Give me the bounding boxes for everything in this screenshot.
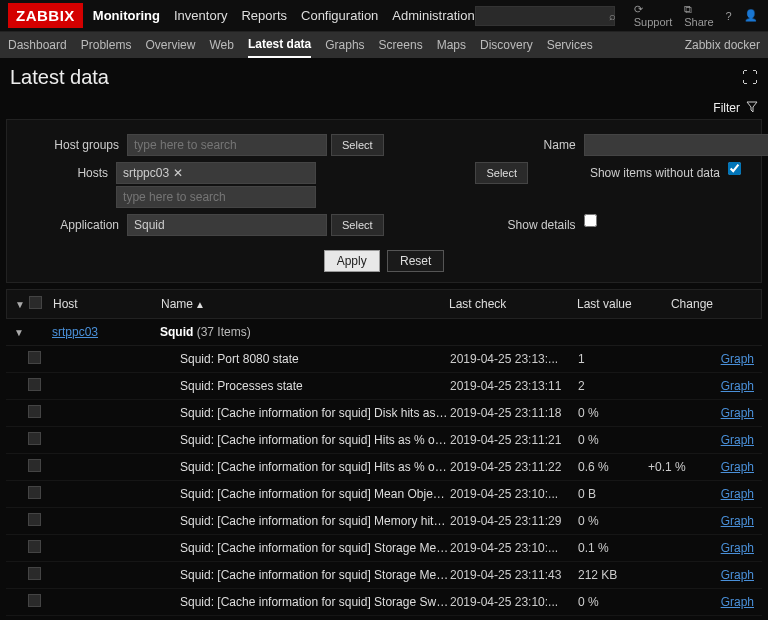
sub-nav-dashboard[interactable]: Dashboard <box>8 33 67 57</box>
row-checkbox[interactable] <box>28 432 41 445</box>
graph-link[interactable]: Graph <box>721 433 754 447</box>
row-checkbox[interactable] <box>28 486 41 499</box>
row-checkbox[interactable] <box>28 351 41 364</box>
last-value: 2 <box>578 379 648 393</box>
graph-link[interactable]: Graph <box>721 514 754 528</box>
sub-nav-latest-data[interactable]: Latest data <box>248 32 311 58</box>
show-details-label: Show details <box>434 214 584 232</box>
share-link[interactable]: ⧉ Share <box>684 3 713 28</box>
graph-link[interactable]: Graph <box>721 487 754 501</box>
last-value: 0 % <box>578 514 648 528</box>
reset-button[interactable]: Reset <box>387 250 444 272</box>
show-details-checkbox[interactable] <box>584 214 597 227</box>
main-nav-configuration[interactable]: Configuration <box>301 8 378 23</box>
sub-nav-maps[interactable]: Maps <box>437 33 466 57</box>
table-row: Squid: Port 8080 state2019-04-25 23:13:.… <box>6 346 762 373</box>
fullscreen-icon[interactable]: ⛶ <box>742 69 758 87</box>
graph-link[interactable]: Graph <box>721 595 754 609</box>
last-value: 0 B <box>578 487 648 501</box>
last-value: 1 <box>578 352 648 366</box>
filter-toggle[interactable]: Filter <box>0 97 768 119</box>
sub-nav-screens[interactable]: Screens <box>379 33 423 57</box>
filter-panel: Host groups Select Name Hosts srtppc03✕ … <box>6 119 762 283</box>
sub-nav-discovery[interactable]: Discovery <box>480 33 533 57</box>
expand-all-icon[interactable]: ▼ <box>15 299 25 310</box>
sub-nav-overview[interactable]: Overview <box>145 33 195 57</box>
page-title: Latest data <box>10 66 742 89</box>
sub-nav-web[interactable]: Web <box>209 33 233 57</box>
main-nav-administration[interactable]: Administration <box>392 8 474 23</box>
col-change[interactable]: Change <box>647 297 713 311</box>
table-row: Squid: [Cache information for squid] Mea… <box>6 481 762 508</box>
application-input[interactable] <box>127 214 327 236</box>
main-nav: MonitoringInventoryReportsConfigurationA… <box>93 8 475 23</box>
item-name: Squid: Processes state <box>160 379 450 393</box>
row-checkbox[interactable] <box>28 378 41 391</box>
search-icon[interactable]: ⌕ <box>609 10 616 22</box>
row-checkbox[interactable] <box>28 567 41 580</box>
sub-nav: DashboardProblemsOverviewWebLatest dataG… <box>0 32 768 58</box>
host-link[interactable]: srtppc03 <box>52 325 98 339</box>
hosts-select-button[interactable]: Select <box>475 162 528 184</box>
hosts-input[interactable] <box>116 186 316 208</box>
row-checkbox[interactable] <box>28 594 41 607</box>
graph-link[interactable]: Graph <box>721 568 754 582</box>
hosts-tag[interactable]: srtppc03✕ <box>116 162 316 184</box>
col-lastcheck[interactable]: Last check <box>449 297 577 311</box>
item-name: Squid: [Cache information for squid] Mea… <box>160 487 450 501</box>
last-value: 212 KB <box>578 568 648 582</box>
graph-link[interactable]: Graph <box>721 352 754 366</box>
row-checkbox[interactable] <box>28 459 41 472</box>
sub-nav-problems[interactable]: Problems <box>81 33 132 57</box>
select-all-checkbox[interactable] <box>29 296 42 309</box>
filter-hostgroups-label: Host groups <box>27 134 127 152</box>
support-link[interactable]: ⟳ Support <box>634 3 673 28</box>
table-row: Squid: [Cache information for squid] Mem… <box>6 508 762 535</box>
hostgroups-input[interactable] <box>127 134 327 156</box>
hostgroups-select-button[interactable]: Select <box>331 134 384 156</box>
zabbix-logo[interactable]: ZABBIX <box>8 3 83 28</box>
row-checkbox[interactable] <box>28 405 41 418</box>
main-nav-inventory[interactable]: Inventory <box>174 8 227 23</box>
group-row: ▼ srtppc03 Squid (37 Items) <box>6 319 762 346</box>
item-name: Squid: [Cache information for squid] Mem… <box>160 514 450 528</box>
item-name: Squid: Port 8080 state <box>160 352 450 366</box>
last-value: 0.6 % <box>578 460 648 474</box>
col-host[interactable]: Host <box>53 297 161 311</box>
row-checkbox[interactable] <box>28 513 41 526</box>
show-without-label: Show items without data <box>578 162 728 180</box>
last-check: 2019-04-25 23:11:29 <box>450 514 578 528</box>
sub-nav-graphs[interactable]: Graphs <box>325 33 364 57</box>
last-check: 2019-04-25 23:11:22 <box>450 460 578 474</box>
last-check: 2019-04-25 23:11:43 <box>450 568 578 582</box>
table-row: Squid: [Cache information for squid] Hit… <box>6 454 762 481</box>
col-lastvalue[interactable]: Last value <box>577 297 647 311</box>
global-search-input[interactable] <box>475 6 615 26</box>
row-checkbox[interactable] <box>28 540 41 553</box>
main-nav-monitoring[interactable]: Monitoring <box>93 8 160 23</box>
remove-tag-icon[interactable]: ✕ <box>173 166 183 180</box>
collapse-icon[interactable]: ▼ <box>14 327 24 338</box>
name-input[interactable] <box>584 134 768 156</box>
last-check: 2019-04-25 23:13:11 <box>450 379 578 393</box>
application-select-button[interactable]: Select <box>331 214 384 236</box>
user-icon[interactable]: 👤 <box>744 9 758 22</box>
graph-link[interactable]: Graph <box>721 460 754 474</box>
item-name: Squid: [Cache information for squid] Dis… <box>160 406 450 420</box>
sub-nav-services[interactable]: Services <box>547 33 593 57</box>
table-row: Squid: [Cache information for squid] Sto… <box>6 562 762 589</box>
help-icon[interactable]: ? <box>726 10 732 22</box>
graph-link[interactable]: Graph <box>721 541 754 555</box>
show-without-checkbox[interactable] <box>728 162 741 175</box>
last-value: 0 % <box>578 406 648 420</box>
table-row: Squid: [Cache information for squid] Sto… <box>6 589 762 616</box>
main-nav-reports[interactable]: Reports <box>241 8 287 23</box>
table-row: Squid: [Cache information for squid] Hit… <box>6 427 762 454</box>
sub-nav-right[interactable]: Zabbix docker <box>685 33 760 57</box>
last-check: 2019-04-25 23:10:... <box>450 487 578 501</box>
graph-link[interactable]: Graph <box>721 406 754 420</box>
apply-button[interactable]: Apply <box>324 250 380 272</box>
last-check: 2019-04-25 23:13:... <box>450 352 578 366</box>
col-name[interactable]: Name▲ <box>161 297 449 311</box>
graph-link[interactable]: Graph <box>721 379 754 393</box>
